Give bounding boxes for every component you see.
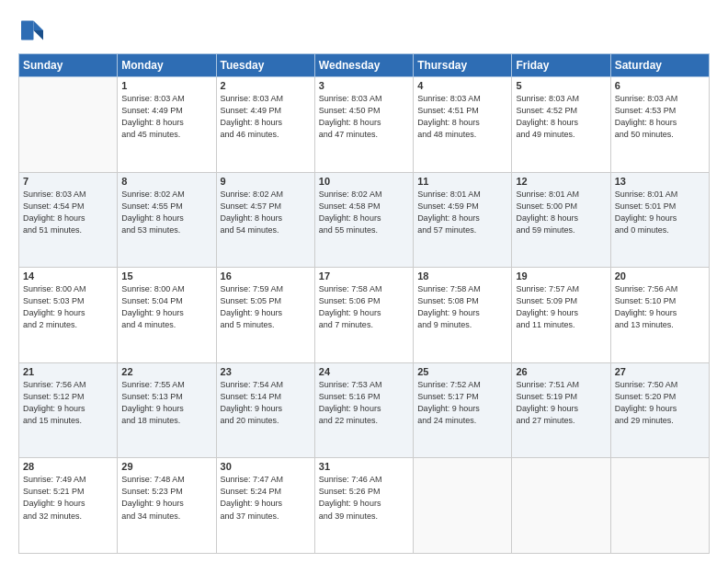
day-info: Sunrise: 8:03 AMSunset: 4:52 PMDaylight:… [516, 93, 606, 141]
calendar-cell: 19Sunrise: 7:57 AMSunset: 5:09 PMDayligh… [512, 268, 610, 363]
calendar-week-row: 7Sunrise: 8:03 AMSunset: 4:54 PMDaylight… [19, 172, 710, 268]
day-info: Sunrise: 8:02 AMSunset: 4:58 PMDaylight:… [319, 189, 409, 236]
calendar-cell: 15Sunrise: 8:00 AMSunset: 5:04 PMDayligh… [118, 268, 216, 363]
day-info: Sunrise: 7:49 AMSunset: 5:21 PMDaylight:… [23, 474, 113, 522]
calendar-week-row: 21Sunrise: 7:56 AMSunset: 5:12 PMDayligh… [19, 362, 710, 458]
day-info: Sunrise: 7:58 AMSunset: 5:08 PMDaylight:… [417, 283, 507, 331]
day-info: Sunrise: 7:48 AMSunset: 5:23 PMDaylight:… [121, 474, 211, 522]
day-info: Sunrise: 7:56 AMSunset: 5:12 PMDaylight:… [23, 379, 113, 427]
day-number: 29 [121, 461, 211, 472]
day-number: 6 [615, 80, 705, 91]
day-info: Sunrise: 8:01 AMSunset: 5:00 PMDaylight:… [516, 189, 606, 236]
calendar-cell [512, 458, 610, 554]
day-number: 10 [319, 176, 409, 187]
calendar-cell: 16Sunrise: 7:59 AMSunset: 5:05 PMDayligh… [216, 268, 314, 363]
day-number: 3 [319, 80, 409, 91]
day-number: 15 [121, 270, 211, 282]
page: SundayMondayTuesdayWednesdayThursdayFrid… [0, 0, 728, 563]
day-info: Sunrise: 7:50 AMSunset: 5:20 PMDaylight:… [615, 379, 705, 427]
logo [18, 17, 50, 44]
day-info: Sunrise: 8:03 AMSunset: 4:49 PMDaylight:… [121, 93, 211, 141]
day-info: Sunrise: 8:00 AMSunset: 5:03 PMDaylight:… [23, 283, 113, 331]
calendar-cell: 3Sunrise: 8:03 AMSunset: 4:50 PMDaylight… [314, 77, 413, 173]
calendar-cell: 28Sunrise: 7:49 AMSunset: 5:21 PMDayligh… [19, 458, 118, 554]
day-number: 20 [615, 270, 705, 282]
day-info: Sunrise: 8:01 AMSunset: 5:01 PMDaylight:… [615, 189, 705, 236]
day-number: 12 [516, 176, 606, 187]
day-number: 7 [23, 176, 113, 187]
calendar-cell: 9Sunrise: 8:02 AMSunset: 4:57 PMDaylight… [216, 172, 314, 268]
weekday-header-wednesday: Wednesday [314, 54, 413, 77]
calendar-cell: 7Sunrise: 8:03 AMSunset: 4:54 PMDaylight… [19, 172, 118, 268]
day-number: 28 [23, 461, 113, 472]
day-number: 9 [221, 176, 311, 187]
day-info: Sunrise: 7:53 AMSunset: 5:16 PMDaylight:… [319, 379, 409, 427]
day-info: Sunrise: 7:46 AMSunset: 5:26 PMDaylight:… [319, 474, 409, 522]
day-number: 31 [319, 461, 409, 472]
calendar-cell: 2Sunrise: 8:03 AMSunset: 4:49 PMDaylight… [216, 77, 314, 173]
calendar-cell: 4Sunrise: 8:03 AMSunset: 4:51 PMDaylight… [414, 77, 512, 173]
day-info: Sunrise: 7:52 AMSunset: 5:17 PMDaylight:… [417, 379, 507, 427]
weekday-header-row: SundayMondayTuesdayWednesdayThursdayFrid… [19, 54, 710, 77]
day-number: 14 [23, 270, 113, 282]
calendar-cell: 21Sunrise: 7:56 AMSunset: 5:12 PMDayligh… [19, 362, 118, 458]
day-info: Sunrise: 7:57 AMSunset: 5:09 PMDaylight:… [516, 283, 606, 331]
weekday-header-monday: Monday [118, 54, 216, 77]
calendar-cell: 31Sunrise: 7:46 AMSunset: 5:26 PMDayligh… [314, 458, 413, 554]
calendar-cell: 18Sunrise: 7:58 AMSunset: 5:08 PMDayligh… [414, 268, 512, 363]
calendar-cell: 1Sunrise: 8:03 AMSunset: 4:49 PMDaylight… [118, 77, 216, 173]
calendar-week-row: 14Sunrise: 8:00 AMSunset: 5:03 PMDayligh… [19, 268, 710, 363]
day-info: Sunrise: 7:56 AMSunset: 5:10 PMDaylight:… [615, 283, 705, 331]
calendar-cell [610, 458, 709, 554]
calendar-cell: 8Sunrise: 8:02 AMSunset: 4:55 PMDaylight… [118, 172, 216, 268]
calendar-cell: 26Sunrise: 7:51 AMSunset: 5:19 PMDayligh… [512, 362, 610, 458]
day-number: 13 [615, 176, 705, 187]
calendar-cell: 14Sunrise: 8:00 AMSunset: 5:03 PMDayligh… [19, 268, 118, 363]
day-number: 4 [417, 80, 507, 91]
day-number: 8 [121, 176, 211, 187]
day-number: 17 [319, 270, 409, 282]
calendar-cell: 24Sunrise: 7:53 AMSunset: 5:16 PMDayligh… [314, 362, 413, 458]
day-number: 11 [417, 176, 507, 187]
svg-marker-1 [34, 30, 44, 40]
calendar-cell: 29Sunrise: 7:48 AMSunset: 5:23 PMDayligh… [118, 458, 216, 554]
day-number: 2 [221, 80, 311, 91]
day-info: Sunrise: 8:03 AMSunset: 4:49 PMDaylight:… [221, 93, 311, 141]
day-info: Sunrise: 8:03 AMSunset: 4:50 PMDaylight:… [319, 93, 409, 141]
day-number: 18 [417, 270, 507, 282]
day-number: 22 [121, 366, 211, 377]
day-info: Sunrise: 7:47 AMSunset: 5:24 PMDaylight:… [221, 474, 311, 522]
calendar-cell: 27Sunrise: 7:50 AMSunset: 5:20 PMDayligh… [610, 362, 709, 458]
svg-marker-0 [34, 21, 44, 31]
weekday-header-saturday: Saturday [610, 54, 709, 77]
day-info: Sunrise: 7:54 AMSunset: 5:14 PMDaylight:… [221, 379, 311, 427]
day-info: Sunrise: 7:58 AMSunset: 5:06 PMDaylight:… [319, 283, 409, 331]
day-number: 27 [615, 366, 705, 377]
calendar-cell: 6Sunrise: 8:03 AMSunset: 4:53 PMDaylight… [610, 77, 709, 173]
weekday-header-friday: Friday [512, 54, 610, 77]
day-number: 16 [221, 270, 311, 282]
day-number: 1 [121, 80, 211, 91]
day-number: 24 [319, 366, 409, 377]
header [18, 17, 710, 44]
day-info: Sunrise: 8:03 AMSunset: 4:51 PMDaylight:… [417, 93, 507, 141]
day-info: Sunrise: 7:59 AMSunset: 5:05 PMDaylight:… [221, 283, 311, 331]
day-info: Sunrise: 8:00 AMSunset: 5:04 PMDaylight:… [121, 283, 211, 331]
calendar-cell: 11Sunrise: 8:01 AMSunset: 4:59 PMDayligh… [414, 172, 512, 268]
day-info: Sunrise: 7:55 AMSunset: 5:13 PMDaylight:… [121, 379, 211, 427]
day-number: 21 [23, 366, 113, 377]
day-number: 5 [516, 80, 606, 91]
calendar-cell [19, 77, 118, 173]
calendar-table: SundayMondayTuesdayWednesdayThursdayFrid… [18, 53, 710, 554]
day-info: Sunrise: 7:51 AMSunset: 5:19 PMDaylight:… [516, 379, 606, 427]
weekday-header-sunday: Sunday [19, 54, 118, 77]
calendar-cell [414, 458, 512, 554]
calendar-cell: 17Sunrise: 7:58 AMSunset: 5:06 PMDayligh… [314, 268, 413, 363]
calendar-cell: 13Sunrise: 8:01 AMSunset: 5:01 PMDayligh… [610, 172, 709, 268]
day-number: 23 [221, 366, 311, 377]
day-info: Sunrise: 8:02 AMSunset: 4:57 PMDaylight:… [221, 189, 311, 236]
calendar-cell: 23Sunrise: 7:54 AMSunset: 5:14 PMDayligh… [216, 362, 314, 458]
day-info: Sunrise: 8:02 AMSunset: 4:55 PMDaylight:… [121, 189, 211, 236]
weekday-header-thursday: Thursday [414, 54, 512, 77]
day-info: Sunrise: 8:03 AMSunset: 4:54 PMDaylight:… [23, 189, 113, 236]
